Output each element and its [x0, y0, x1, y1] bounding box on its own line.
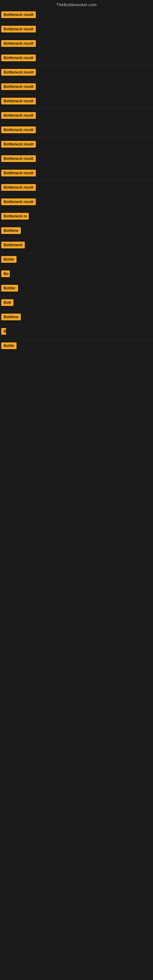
bottleneck-result-badge[interactable]: Bottleneck result [1, 83, 36, 90]
list-item: Bottleneck result [0, 23, 153, 37]
bottleneck-result-badge[interactable]: Bottleneck result [1, 126, 36, 133]
list-item: Bottleneck result [0, 138, 153, 152]
bottleneck-result-badge[interactable]: Bottleneck result [1, 184, 36, 191]
bottleneck-result-badge[interactable]: Bottle [1, 256, 16, 263]
bottleneck-result-badge[interactable]: Bottleneck result [1, 40, 36, 47]
list-item: Bottleneck result [0, 123, 153, 138]
site-header: TheBottlenecker.com [0, 0, 153, 8]
bottleneck-result-badge[interactable]: Bottleneck result [1, 170, 36, 177]
bottleneck-result-badge[interactable]: Bo [1, 270, 10, 277]
list-item: Bottleneck re [0, 210, 153, 224]
list-item: Bottleneck result [0, 167, 153, 181]
list-item: Bottleneck [0, 239, 153, 253]
list-item: Bottler [0, 282, 153, 296]
list-item: Bottleneck result [0, 51, 153, 66]
list-item: Bottlene [0, 224, 153, 239]
bottleneck-result-badge[interactable]: Bottleneck re [1, 213, 29, 220]
list-item: Bottleneck result [0, 196, 153, 210]
bottleneck-result-badge[interactable]: Bottleneck result [1, 199, 36, 205]
bottleneck-result-badge[interactable]: Bottleneck result [1, 11, 36, 18]
list-item: Bottlene [0, 310, 153, 325]
bottleneck-result-badge[interactable]: Bottler [1, 285, 18, 291]
list-item: B [0, 325, 153, 339]
list-item: Bottleneck result [0, 152, 153, 167]
list-item: Bottleneck result [0, 109, 153, 123]
bottleneck-result-badge[interactable]: Bottleneck result [1, 155, 36, 162]
list-item: Bottleneck result [0, 37, 153, 51]
bottleneck-result-badge[interactable]: Bottleneck result [1, 69, 36, 76]
rows-container: Bottleneck resultBottleneck resultBottle… [0, 8, 153, 354]
bottleneck-result-badge[interactable]: Bottleneck result [1, 98, 36, 105]
bottleneck-result-badge[interactable]: Bottleneck result [1, 112, 36, 119]
list-item: Bottleneck result [0, 80, 153, 95]
bottleneck-result-badge[interactable]: Bottle [1, 342, 16, 349]
site-title: TheBottlenecker.com [56, 2, 97, 7]
list-item: Bott [0, 296, 153, 310]
list-item: Bottleneck result [0, 95, 153, 109]
bottleneck-result-badge[interactable]: Bottleneck result [1, 26, 36, 32]
bottleneck-result-badge[interactable]: Bottleneck result [1, 141, 36, 148]
list-item: Bo [0, 267, 153, 282]
bottleneck-result-badge[interactable]: Bottlene [1, 227, 21, 234]
bottleneck-result-badge[interactable]: Bott [1, 299, 13, 306]
bottleneck-result-badge[interactable]: Bottleneck result [1, 54, 36, 61]
bottleneck-result-badge[interactable]: Bottleneck [1, 242, 25, 248]
list-item: Bottleneck result [0, 181, 153, 196]
list-item: Bottle [0, 253, 153, 267]
bottleneck-result-badge[interactable]: B [1, 328, 6, 335]
list-item: Bottleneck result [0, 8, 153, 23]
list-item: Bottleneck result [0, 66, 153, 80]
list-item: Bottle [0, 339, 153, 354]
bottleneck-result-badge[interactable]: Bottlene [1, 313, 21, 320]
